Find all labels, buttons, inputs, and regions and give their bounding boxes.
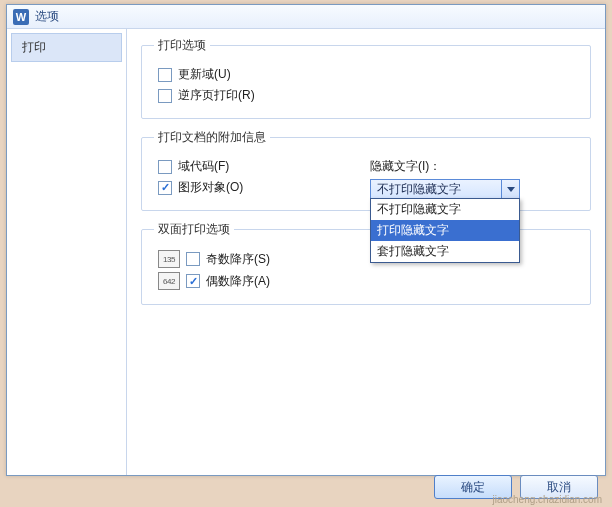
chevron-down-icon[interactable] bbox=[501, 180, 519, 198]
row-even-desc[interactable]: 642 偶数降序(A) bbox=[158, 272, 578, 290]
main-panel: 打印选项 更新域(U) 逆序页打印(R) 打印文档的附加信息 域代码(F) bbox=[127, 29, 605, 475]
row-reverse-pages[interactable]: 逆序页打印(R) bbox=[158, 87, 578, 104]
page-order-even-icon: 642 bbox=[158, 272, 180, 290]
checkbox-update-fields[interactable] bbox=[158, 68, 172, 82]
dropdown-hidden-text[interactable]: 不打印隐藏文字 打印隐藏文字 套打隐藏文字 bbox=[370, 198, 520, 263]
combo-hidden-text-value: 不打印隐藏文字 bbox=[377, 181, 461, 198]
watermark: jiaocheng.chazidian.com bbox=[492, 494, 602, 505]
options-dialog: W 选项 打印 打印选项 更新域(U) 逆序页打印(R) 打印文档的附加信息 bbox=[6, 4, 606, 476]
combo-hidden-text[interactable]: 不打印隐藏文字 bbox=[370, 179, 520, 199]
label-update-fields: 更新域(U) bbox=[178, 66, 231, 83]
checkbox-odd-desc[interactable] bbox=[186, 252, 200, 266]
checkbox-reverse-pages[interactable] bbox=[158, 89, 172, 103]
option-hidden-0[interactable]: 不打印隐藏文字 bbox=[371, 199, 519, 220]
option-hidden-1[interactable]: 打印隐藏文字 bbox=[371, 220, 519, 241]
label-drawings: 图形对象(O) bbox=[178, 179, 243, 196]
legend-doc-info: 打印文档的附加信息 bbox=[154, 129, 270, 146]
dialog-body: 打印 打印选项 更新域(U) 逆序页打印(R) 打印文档的附加信息 bbox=[7, 29, 605, 475]
page-order-odd-icon: 135 bbox=[158, 250, 180, 268]
checkbox-field-codes[interactable] bbox=[158, 160, 172, 174]
legend-duplex: 双面打印选项 bbox=[154, 221, 234, 238]
group-doc-info: 打印文档的附加信息 域代码(F) 图形对象(O) 隐藏文字(I)： bbox=[141, 129, 591, 211]
checkbox-drawings[interactable] bbox=[158, 181, 172, 195]
row-field-codes[interactable]: 域代码(F) bbox=[158, 158, 366, 175]
group-duplex: 双面打印选项 135 奇数降序(S) 642 偶数降序(A) bbox=[141, 221, 591, 305]
label-reverse-pages: 逆序页打印(R) bbox=[178, 87, 255, 104]
row-update-fields[interactable]: 更新域(U) bbox=[158, 66, 578, 83]
row-drawings[interactable]: 图形对象(O) bbox=[158, 179, 366, 196]
label-field-codes: 域代码(F) bbox=[178, 158, 229, 175]
sidebar: 打印 bbox=[7, 29, 127, 475]
checkbox-even-desc[interactable] bbox=[186, 274, 200, 288]
legend-print-options: 打印选项 bbox=[154, 37, 210, 54]
group-print-options: 打印选项 更新域(U) 逆序页打印(R) bbox=[141, 37, 591, 119]
titlebar: W 选项 bbox=[7, 5, 605, 29]
option-hidden-2[interactable]: 套打隐藏文字 bbox=[371, 241, 519, 262]
window-title: 选项 bbox=[35, 8, 59, 25]
label-odd-desc: 奇数降序(S) bbox=[206, 251, 270, 268]
label-even-desc: 偶数降序(A) bbox=[206, 273, 270, 290]
app-icon: W bbox=[13, 9, 29, 25]
sidebar-item-print[interactable]: 打印 bbox=[11, 33, 122, 62]
label-hidden-text: 隐藏文字(I)： bbox=[370, 158, 578, 175]
